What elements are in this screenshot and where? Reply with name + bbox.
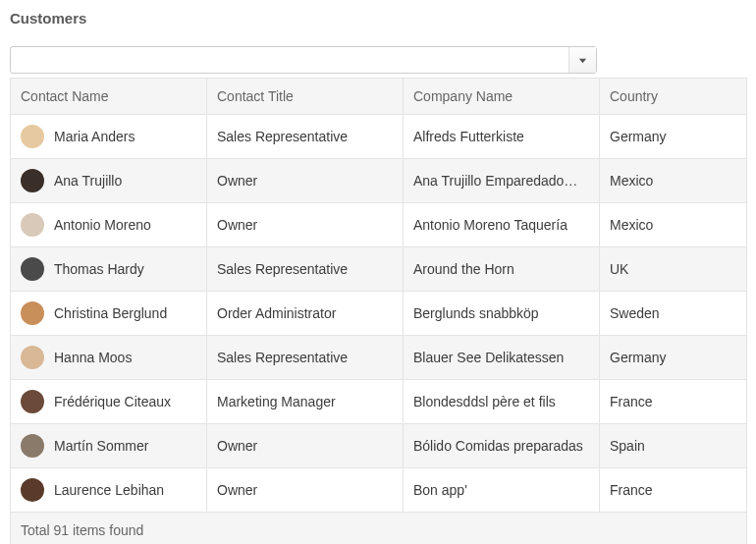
table-row[interactable]: Frédérique CiteauxMarketing ManagerBlond… (11, 380, 747, 424)
contact-title: Order Administrator (207, 292, 404, 336)
avatar (21, 478, 44, 502)
filter-dropdown[interactable] (10, 46, 597, 74)
avatar (21, 434, 44, 458)
contact-title: Marketing Manager (207, 380, 404, 424)
contact-name: Thomas Hardy (54, 261, 144, 277)
contact-name: Ana Trujillo (54, 173, 122, 189)
table-row[interactable]: Maria AndersSales RepresentativeAlfreds … (11, 115, 747, 159)
company-name: Bólido Comidas preparadas (404, 424, 600, 468)
page-title: Customers (10, 10, 746, 27)
contact-name: Christina Berglund (54, 305, 167, 321)
company-name: Blauer See Delikatessen (404, 336, 600, 380)
column-header-country[interactable]: Country (600, 79, 747, 115)
dropdown-selected (11, 47, 568, 73)
grid-header-row: Contact Name Contact Title Company Name … (11, 79, 747, 115)
column-header-company-name[interactable]: Company Name (404, 79, 600, 115)
company-name: Around the Horn (404, 247, 600, 292)
table-row[interactable]: Antonio MorenoOwnerAntonio Moreno Taquer… (11, 203, 747, 247)
contact-title: Owner (207, 468, 404, 513)
country: Germany (600, 336, 747, 380)
country: UK (600, 247, 747, 292)
table-row[interactable]: Christina BerglundOrder AdministratorBer… (11, 292, 747, 336)
company-name: Alfreds Futterkiste (404, 115, 600, 159)
company-name: Berglunds snabbköp (404, 292, 600, 336)
contact-name: Antonio Moreno (54, 217, 151, 233)
contact-name: Frédérique Citeaux (54, 394, 171, 409)
table-row[interactable]: Martín SommerOwnerBólido Comidas prepara… (11, 424, 747, 468)
avatar (21, 346, 44, 369)
country: France (600, 468, 747, 513)
country: Mexico (600, 203, 747, 247)
contact-title: Sales Representative (207, 247, 404, 292)
avatar (21, 125, 44, 148)
grid-footer: Total 91 items found (11, 513, 747, 545)
country: Germany (600, 115, 747, 159)
table-row[interactable]: Thomas HardySales RepresentativeAround t… (11, 247, 747, 292)
contact-title: Sales Representative (207, 336, 404, 380)
contact-title: Owner (207, 159, 404, 203)
company-name: Blondesddsl père et fils (404, 380, 600, 424)
table-row[interactable]: Hanna MoosSales RepresentativeBlauer See… (11, 336, 747, 380)
table-row[interactable]: Laurence LebihanOwnerBon app'France (11, 468, 747, 513)
contact-name: Martín Sommer (54, 438, 148, 454)
country: Spain (600, 424, 747, 468)
column-header-contact-name[interactable]: Contact Name (11, 79, 207, 115)
contact-name: Maria Anders (54, 129, 135, 144)
contact-title: Owner (207, 424, 404, 468)
avatar (21, 213, 44, 237)
avatar (21, 301, 44, 325)
contact-name: Hanna Moos (54, 350, 132, 365)
contact-title: Sales Representative (207, 115, 404, 159)
avatar (21, 390, 44, 413)
company-name: Ana Trujillo Emparedado… (404, 159, 600, 203)
country: Sweden (600, 292, 747, 336)
column-header-contact-title[interactable]: Contact Title (207, 79, 404, 115)
chevron-down-icon (568, 47, 596, 73)
avatar (21, 169, 44, 192)
country: Mexico (600, 159, 747, 203)
table-row[interactable]: Ana TrujilloOwnerAna Trujillo Emparedado… (11, 159, 747, 203)
contact-name: Laurence Lebihan (54, 482, 164, 498)
country: France (600, 380, 747, 424)
company-name: Antonio Moreno Taquería (404, 203, 600, 247)
contact-title: Owner (207, 203, 404, 247)
avatar (21, 257, 44, 281)
company-name: Bon app' (404, 468, 600, 513)
svg-marker-0 (579, 58, 586, 63)
customers-grid: Contact Name Contact Title Company Name … (10, 78, 747, 544)
